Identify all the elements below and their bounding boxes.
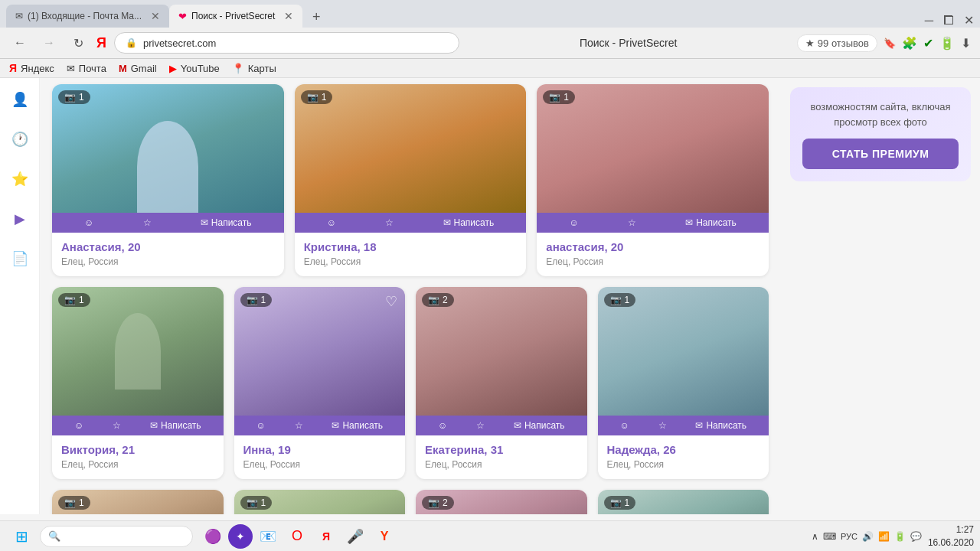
sys-tray: ∧ ⌨ РУС 🔊 📶 🔋 💬 xyxy=(812,531,922,542)
tab-mail[interactable]: ✉ (1) Входящие - Почта Ма... ✕ xyxy=(6,5,169,28)
battery-icon[interactable]: 🔋 xyxy=(939,36,955,51)
write-button-p2[interactable]: ✉Написать xyxy=(443,217,495,228)
gmail-bm-icon: M xyxy=(119,63,127,74)
taskbar-app-cortana[interactable]: ✦ xyxy=(228,524,253,549)
minimize-button[interactable]: ─ xyxy=(925,14,933,28)
clock[interactable]: 1:27 16.06.2020 xyxy=(928,523,974,549)
card-actions-p5: ☺ ☆ ✉Написать xyxy=(234,416,406,435)
taskbar-search[interactable]: 🔍 xyxy=(40,526,193,547)
tray-lang[interactable]: РУС xyxy=(841,532,858,541)
tray-network[interactable]: 📶 xyxy=(878,531,890,542)
back-button[interactable]: ← xyxy=(9,32,31,54)
tray-keyboard[interactable]: ⌨ xyxy=(823,531,836,542)
star-rating[interactable]: ★ 99 отзывов xyxy=(797,34,877,52)
tab-search-close[interactable]: ✕ xyxy=(284,10,293,22)
smile-button-p2[interactable]: ☺ xyxy=(327,217,336,228)
tray-chevron[interactable]: ∧ xyxy=(812,531,818,542)
restore-button[interactable]: ⧠ xyxy=(942,14,955,28)
write-button-p5[interactable]: ✉Написать xyxy=(332,420,383,431)
smile-button-p5[interactable]: ☺ xyxy=(256,420,265,431)
premium-button[interactable]: СТАТЬ ПРЕМИУМ xyxy=(802,139,959,169)
star-button-p2[interactable]: ☆ xyxy=(385,217,394,228)
yandex-logo[interactable]: Я xyxy=(96,35,106,51)
tray-notification[interactable]: 💬 xyxy=(910,531,922,542)
tab-mail-icon: ✉ xyxy=(15,11,23,21)
bookmark-yandex[interactable]: Я Яндекс xyxy=(9,62,54,74)
smile-button-p7[interactable]: ☺ xyxy=(619,420,629,431)
refresh-button[interactable]: ↻ xyxy=(67,32,89,54)
bookmark-maps[interactable]: 📍 Карты xyxy=(232,63,276,74)
taskbar: ⊞ 🔍 🟣 ✦ 📧 O Я 🎤 Y ∧ ⌨ РУС 🔊 📶 🔋 💬 1:27 1… xyxy=(0,520,980,551)
star-button-p5[interactable]: ☆ xyxy=(295,420,303,431)
close-button[interactable]: ✕ xyxy=(964,13,974,28)
taskbar-app-opera[interactable]: O xyxy=(283,523,311,550)
tab-search[interactable]: ❤ Поиск - PrivetSecret ✕ xyxy=(169,5,302,28)
card-actions-p6: ☺ ☆ ✉Написать xyxy=(416,416,587,435)
bookmark-icon[interactable]: 🔖 xyxy=(884,37,896,49)
sidebar-icon-play[interactable]: ▶ xyxy=(6,205,34,233)
bookmark-pochta[interactable]: ✉ Почта xyxy=(67,63,106,74)
profile-card-p11: 📷 1 xyxy=(598,490,769,514)
address-input[interactable]: 🔒 privetsecret.com xyxy=(114,32,459,54)
bookmark-pochta-label: Почта xyxy=(79,63,106,74)
star-button-p4[interactable]: ☆ xyxy=(113,420,121,431)
forward-button[interactable]: → xyxy=(38,32,60,54)
photo-count-p1: 📷 1 xyxy=(58,90,90,104)
clock-date: 16.06.2020 xyxy=(928,536,974,549)
card-location-p5: Елец, Россия xyxy=(243,459,397,470)
taskbar-app-y[interactable]: Y xyxy=(371,523,398,550)
taskbar-app-mail[interactable]: 📧 xyxy=(254,523,282,550)
star-rating-text: ★ 99 отзывов xyxy=(805,37,869,49)
windows-icon: ⊞ xyxy=(15,527,28,546)
pochta-bm-icon: ✉ xyxy=(67,63,75,74)
camera-icon-p7: 📷 xyxy=(610,295,622,305)
maps-bm-icon: 📍 xyxy=(232,63,244,74)
card-name-p1: Анастасия, 20 xyxy=(61,240,275,253)
star-button-p3[interactable]: ☆ xyxy=(628,217,636,228)
card-info-p2: Кристина, 18 Елец, Россия xyxy=(295,233,527,276)
smile-button-p3[interactable]: ☺ xyxy=(569,217,578,228)
taskbar-app-1[interactable]: 🟣 xyxy=(199,523,227,550)
write-button-p4[interactable]: ✉Написать xyxy=(150,420,201,431)
smile-button-p1[interactable]: ☺ xyxy=(84,217,93,228)
tab-mail-close[interactable]: ✕ xyxy=(151,10,160,22)
photo-count-p9: 📷 1 xyxy=(240,496,273,510)
shield-icon[interactable]: ✔ xyxy=(923,36,933,51)
tab-mail-label: (1) Входящие - Почта Ма... xyxy=(28,11,142,21)
extensions-icon[interactable]: 🧩 xyxy=(902,36,917,51)
card-info-p4: Виктория, 21 Елец, Россия xyxy=(52,435,224,479)
star-button-p7[interactable]: ☆ xyxy=(658,420,667,431)
taskbar-app-mic[interactable]: 🎤 xyxy=(341,523,369,550)
download-icon[interactable]: ⬇ xyxy=(961,36,971,51)
sidebar-icon-page[interactable]: 📄 xyxy=(6,245,34,272)
star-button-p6[interactable]: ☆ xyxy=(476,420,485,431)
new-tab-button[interactable]: + xyxy=(305,6,327,28)
card-location-p1: Елец, Россия xyxy=(61,256,275,267)
sidebar-icon-clock[interactable]: 🕐 xyxy=(6,126,34,153)
bookmark-youtube[interactable]: ▶ YouTube xyxy=(169,63,220,74)
bookmark-gmail[interactable]: M Gmail xyxy=(119,63,157,74)
write-button-p6[interactable]: ✉Написать xyxy=(514,420,565,431)
write-button-p7[interactable]: ✉Написать xyxy=(695,420,746,431)
tab-search-label: Поиск - PrivetSecret xyxy=(191,11,275,21)
smile-button-p6[interactable]: ☺ xyxy=(438,420,447,431)
youtube-bm-icon: ▶ xyxy=(169,63,177,74)
sidebar-icon-star[interactable]: ⭐ xyxy=(6,165,34,193)
profile-card-p6: 📷 2 ☺ ☆ ✉Написать Екатерина, 31 Елец, Ро… xyxy=(416,287,587,479)
tray-volume[interactable]: 🔊 xyxy=(862,531,874,542)
camera-icon-p5: 📷 xyxy=(247,295,258,305)
taskbar-app-yandex[interactable]: Я xyxy=(312,523,340,550)
right-panel: возможностям сайта, включая просмотр все… xyxy=(781,78,980,514)
profile-card-p3: 📷 1 ☺ ☆ ✉Написать анастасия, 20 Елец, Ро… xyxy=(537,84,769,276)
smile-button-p4[interactable]: ☺ xyxy=(74,420,83,431)
write-button-p1[interactable]: ✉ Написать xyxy=(201,217,252,228)
camera-icon-p9: 📷 xyxy=(247,497,258,508)
start-button[interactable]: ⊞ xyxy=(6,524,37,549)
sidebar-icon-user[interactable]: 👤 xyxy=(6,86,34,113)
photo-count-p3: 📷 1 xyxy=(543,90,575,104)
heart-icon-p5[interactable]: ♡ xyxy=(385,293,397,310)
write-button-p3[interactable]: ✉Написать xyxy=(685,217,737,228)
star-button-p1[interactable]: ☆ xyxy=(143,217,152,228)
tray-battery[interactable]: 🔋 xyxy=(894,531,906,542)
smile-icon: ☺ xyxy=(84,217,93,228)
